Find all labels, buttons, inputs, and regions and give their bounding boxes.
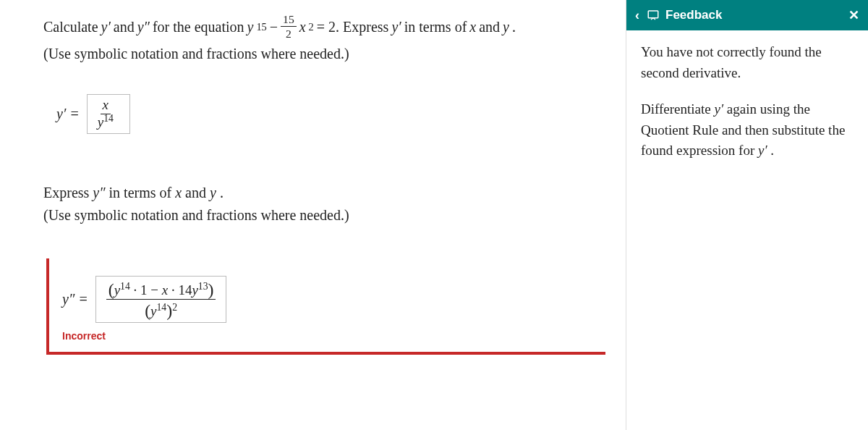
y-prime: y′ — [391, 14, 401, 40]
question-prompt: Calculate y′ and y″ for the equation y15… — [43, 13, 605, 40]
answer-label: y″ = — [62, 291, 88, 308]
prev-button[interactable]: ‹ — [635, 9, 639, 22]
text: Calculate — [43, 14, 98, 40]
numerator: 15 — [281, 13, 297, 27]
exp: 14 — [120, 281, 130, 292]
x-var: x — [175, 185, 182, 201]
equals: = — [75, 291, 88, 307]
numerator: x — [101, 98, 111, 114]
x-var: x — [162, 282, 168, 298]
svg-rect-0 — [648, 11, 658, 18]
minus: − — [270, 14, 278, 40]
feedback-icon — [647, 9, 660, 22]
close-button[interactable]: ✕ — [848, 7, 859, 23]
text: in terms of — [404, 14, 467, 40]
y-var: y — [247, 14, 254, 40]
feedback-panel: ‹ Feedback ✕ You have not correctly foun… — [626, 0, 868, 430]
exp: 14 — [103, 113, 114, 124]
denominator: 2 — [286, 27, 292, 40]
text: . — [512, 14, 516, 40]
feedback-header: ‹ Feedback ✕ — [626, 0, 868, 30]
equals: = — [66, 106, 80, 122]
text: · 14 — [168, 282, 192, 298]
text: for the equation — [153, 14, 244, 40]
answer-label: y′ = — [56, 106, 80, 122]
feedback-title: Feedback — [665, 8, 722, 22]
exp: 13 — [198, 281, 208, 292]
y-double-prime: y″ — [137, 14, 150, 40]
y-var: y — [114, 282, 120, 298]
exp: 2 — [172, 302, 177, 313]
feedback-body: You have not correctly found the second … — [626, 30, 868, 189]
incorrect-answer-block: y″ = (y14 · 1 − x · 14y13) (y14)2 Incorr… — [46, 258, 605, 355]
feedback-paragraph-2: Differentiate y′ again using the Quotien… — [641, 99, 854, 161]
denominator: y14 — [98, 114, 114, 130]
text: . — [220, 185, 224, 201]
hint-2: (Use symbolic notation and fractions whe… — [43, 207, 605, 224]
text: in terms of — [109, 185, 176, 201]
y-var: y — [503, 14, 509, 40]
y-var: y — [210, 185, 216, 201]
question-panel: Calculate y′ and y″ for the equation y15… — [0, 0, 626, 430]
y-double-prime: y″ — [93, 185, 105, 201]
y-prime: y′ — [101, 14, 111, 40]
y-var: y — [150, 303, 156, 319]
text: · 1 − — [130, 282, 162, 298]
answer-row-yprime: y′ = x y14 — [56, 94, 605, 134]
text: . — [770, 143, 774, 158]
y-var: y — [98, 114, 103, 130]
answer-input-ydprime[interactable]: (y14 · 1 − x · 14y13) (y14)2 — [95, 276, 227, 323]
exp: 14 — [157, 302, 167, 313]
y-prime: y′ — [714, 101, 723, 117]
numerator: (y14 · 1 − x · 14y13) — [106, 279, 216, 300]
x-var: x — [469, 14, 476, 40]
fraction: x y14 — [98, 98, 114, 130]
text: = 2. Express — [317, 14, 389, 40]
var: y′ — [56, 106, 66, 122]
var: y″ — [62, 291, 75, 307]
section-2-prompt: Express y″ in terms of x and y . — [43, 185, 605, 201]
text: Express — [43, 185, 93, 201]
text: Differentiate — [641, 101, 714, 117]
fraction: (y14 · 1 − x · 14y13) (y14)2 — [106, 279, 216, 319]
feedback-paragraph-1: You have not correctly found the second … — [641, 42, 854, 83]
denominator: (y14)2 — [145, 300, 177, 319]
fraction-15-2: 15 2 — [281, 13, 297, 40]
x-var: x — [299, 14, 306, 40]
hint-1: (Use symbolic notation and fractions whe… — [43, 46, 605, 62]
y-var: y — [192, 282, 197, 298]
text: and — [479, 14, 500, 40]
text: and — [114, 14, 135, 40]
y-prime: y′ — [758, 143, 767, 158]
incorrect-label: Incorrect — [62, 330, 592, 342]
text: and — [185, 185, 210, 201]
answer-input-yprime[interactable]: x y14 — [87, 94, 130, 134]
